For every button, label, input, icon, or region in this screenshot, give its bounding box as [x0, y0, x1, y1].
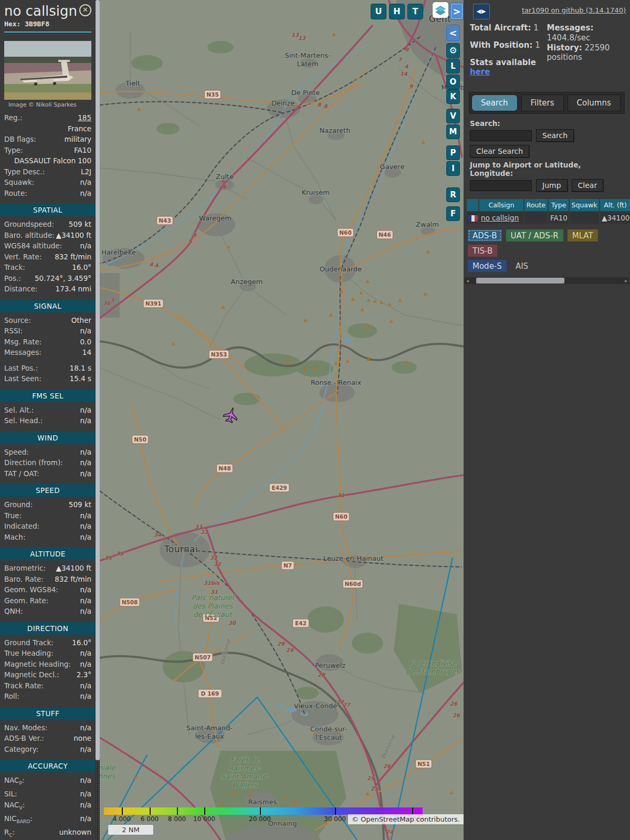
- map-label: Kruisem: [301, 188, 329, 196]
- info-label: Msg. Rate:: [4, 337, 41, 347]
- panel-collapse-button[interactable]: <: [446, 25, 460, 41]
- map-label: 7: [398, 57, 403, 62]
- sidebar-scrollbar[interactable]: [96, 0, 100, 840]
- info-value: 18.1 s: [70, 363, 91, 373]
- legend-tick-label: 20 000: [249, 815, 271, 823]
- map-label: 34: [154, 532, 162, 538]
- jump-input[interactable]: [470, 180, 532, 191]
- col-flag: [467, 199, 478, 211]
- map-button-v[interactable]: V: [446, 109, 460, 123]
- info-value: n/a: [80, 532, 91, 542]
- map-label: Waregem: [199, 214, 232, 222]
- info-row: Indicated:n/a: [0, 521, 96, 532]
- map-label: E42: [295, 620, 307, 626]
- map-button-o[interactable]: O: [446, 75, 460, 89]
- badge-modes[interactable]: Mode-S: [468, 260, 507, 272]
- map-label: 6: [223, 184, 227, 190]
- section-header: SIGNAL: [0, 300, 96, 312]
- info-row: True:n/a: [0, 510, 96, 521]
- jump-button[interactable]: Jump: [536, 179, 568, 192]
- info-label: Distance:: [4, 284, 38, 294]
- info-row: Squawk:n/a: [0, 177, 96, 188]
- map-label: des Plaines: [193, 602, 233, 610]
- info-row: Baro. Rate:832 ft/min: [0, 574, 96, 585]
- scrollbar-thumb[interactable]: [476, 278, 564, 284]
- map-attribution[interactable]: © OpenStreetMap contributors.: [348, 814, 464, 824]
- map-button-k[interactable]: K: [446, 89, 460, 104]
- tab-filters[interactable]: Filters: [521, 94, 564, 111]
- panel-toggle-icon[interactable]: ◀▶: [473, 4, 490, 19]
- table-header-row[interactable]: Callsign Route Type Squawk Alt. (ft) S: [467, 199, 630, 211]
- settings-gear-icon[interactable]: ⚙: [446, 43, 460, 58]
- map-button-l[interactable]: L: [446, 59, 460, 74]
- badge-mlat[interactable]: MLAT: [568, 229, 598, 242]
- info-value: military: [64, 134, 91, 144]
- info-row: Sel. Head.:n/a: [0, 415, 96, 426]
- search-input[interactable]: [470, 130, 532, 141]
- row-callsign[interactable]: no callsign: [481, 214, 519, 222]
- map-label: N60: [335, 513, 347, 520]
- stats-here-link[interactable]: here: [470, 67, 490, 77]
- col-callsign[interactable]: Callsign: [479, 199, 523, 211]
- source-filter-badges: ADS-B UAT / ADS-R MLAT TIS-B Mode-S AIS: [464, 225, 630, 275]
- map-label: Tielt: [125, 79, 140, 87]
- map[interactable]: N35N43N60N46N391N353N50N48E429N60N7N60dN…: [100, 0, 464, 840]
- badge-adsb[interactable]: ADS-B: [468, 229, 502, 242]
- info-value: n/a: [80, 511, 91, 521]
- map-button-h[interactable]: H: [389, 4, 405, 19]
- info-value: Other: [71, 316, 91, 326]
- map-label: Latem: [297, 60, 319, 68]
- sidebar-scrollbar-thumb[interactable]: [96, 0, 100, 760]
- clear-search-button[interactable]: Clear Search: [470, 145, 529, 158]
- search-button[interactable]: Search: [536, 129, 574, 142]
- with-position: With Position: 1: [470, 40, 547, 50]
- info-label: NACP:: [4, 775, 25, 788]
- info-value: 2.3°: [77, 670, 91, 680]
- map-label: 30: [228, 620, 236, 626]
- layers-button[interactable]: [433, 2, 448, 18]
- col-squawk[interactable]: Squawk: [570, 199, 599, 211]
- table-horizontal-scrollbar[interactable]: ◂ ▸: [465, 277, 629, 284]
- col-route[interactable]: Route: [524, 199, 548, 211]
- map-label: N35: [206, 91, 218, 98]
- legend-tick-label: 8 000: [168, 815, 186, 823]
- scroll-right-icon[interactable]: ▸: [625, 277, 627, 284]
- col-alt[interactable]: Alt. (ft): [600, 199, 630, 211]
- divider: [4, 32, 91, 33]
- map-button-r[interactable]: R: [446, 187, 460, 202]
- tab-columns[interactable]: Columns: [568, 94, 621, 111]
- map-button-p[interactable]: P: [446, 145, 460, 160]
- badge-ais[interactable]: AIS: [511, 260, 533, 272]
- info-label: Ground Track:: [4, 638, 54, 648]
- info-label: Ground:: [4, 500, 33, 510]
- badge-tisb[interactable]: TIS-B: [468, 245, 497, 257]
- info-value: n/a: [80, 648, 91, 658]
- map-button-t[interactable]: T: [407, 4, 423, 19]
- col-type[interactable]: Type: [549, 199, 569, 211]
- map-button-m[interactable]: M: [446, 124, 460, 139]
- table-row[interactable]: no callsign FA10 ▲34100: [467, 212, 630, 224]
- info-value: n/a: [80, 681, 91, 691]
- map-button-u[interactable]: U: [371, 4, 386, 19]
- callsign-title: no callsign: [4, 3, 91, 19]
- github-link[interactable]: tar1090 on github (3.14.1740): [522, 6, 626, 14]
- clear-jump-button[interactable]: Clear: [572, 179, 604, 192]
- legend-tick-label: 4 000: [113, 815, 131, 823]
- map-label: Oudenaarde: [320, 265, 362, 273]
- panel-expand-button[interactable]: >: [450, 3, 464, 20]
- tab-search[interactable]: Search: [471, 94, 518, 111]
- close-icon[interactable]: ✕: [79, 4, 91, 16]
- map-label: Péruwelz: [315, 662, 345, 669]
- info-row: Source:Other: [0, 315, 96, 326]
- info-row: France: [0, 123, 96, 134]
- info-label: Mach:: [4, 532, 25, 542]
- info-label: RSSI:: [4, 326, 23, 336]
- map-button-f[interactable]: F: [446, 206, 460, 221]
- layers-icon: [433, 2, 448, 18]
- badge-uat-adsr[interactable]: UAT / ADS-R: [506, 229, 563, 242]
- info-value: unknown: [59, 827, 91, 840]
- scroll-left-icon[interactable]: ◂: [466, 277, 469, 284]
- info-label: Barometric:: [4, 563, 46, 573]
- map-label: l'Escaut: [316, 733, 342, 741]
- map-button-i[interactable]: I: [446, 161, 460, 176]
